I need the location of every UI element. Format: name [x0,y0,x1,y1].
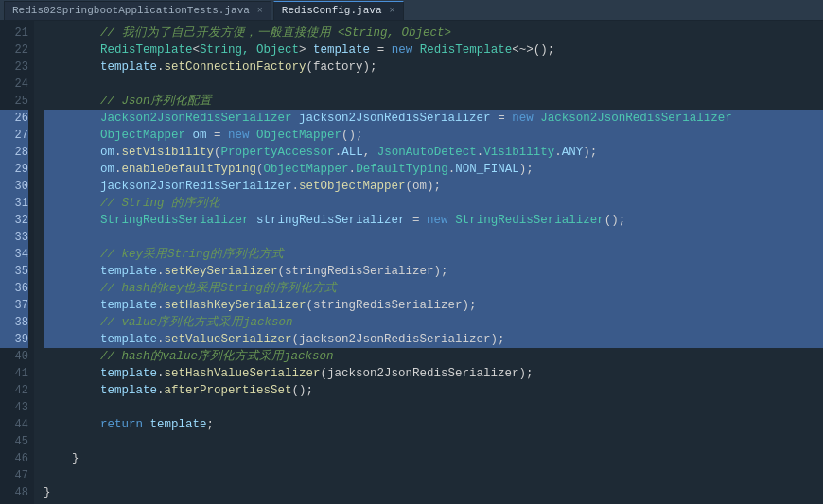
code-line: om.setVisibility(PropertyAccessor.ALL, J… [44,144,823,161]
line-number: 21 [0,25,28,42]
code-line: ObjectMapper om = new ObjectMapper(); [44,127,823,144]
code-line: om.enableDefaultTyping(ObjectMapper.Defa… [44,161,823,178]
code-line: RedisTemplate<String, Object> template =… [44,42,823,59]
line-number: 46 [0,450,28,467]
code-line: jackson2JsonRedisSerializer.setObjectMap… [44,178,823,195]
line-number: 29 [0,161,28,178]
line-number: 34 [0,246,28,263]
line-number: 26 [0,110,28,127]
code-line: } [44,484,823,501]
line-number: 25 [0,93,28,110]
code-line: // 我们为了自己开发方便，一般直接使用 <String, Object> [44,25,823,42]
code-line [44,467,823,484]
line-number: 32 [0,212,28,229]
line-number: 23 [0,59,28,76]
code-line: // String 的序列化 [44,195,823,212]
line-number: 28 [0,144,28,161]
editor-area: 2122232425262728293031323334353637383940… [0,21,823,504]
line-number: 27 [0,127,28,144]
tab-bar: Redis02SpringbootApplicationTests.java ×… [0,0,823,21]
tab-redis02springboot[interactable]: Redis02SpringbootApplicationTests.java × [4,1,271,20]
line-number: 22 [0,42,28,59]
line-number: 39 [0,331,28,348]
code-content[interactable]: // 我们为了自己开发方便，一般直接使用 <String, Object> Re… [34,21,823,504]
code-line [44,433,823,450]
line-number: 47 [0,467,28,484]
line-number: 43 [0,399,28,416]
line-number: 37 [0,297,28,314]
line-number: 45 [0,433,28,450]
line-number: 48 [0,484,28,501]
code-line: template.setValueSerializer(jackson2Json… [44,331,823,348]
line-number: 31 [0,195,28,212]
code-line: template.setHashValueSerializer(jackson2… [44,365,823,382]
code-line: // key采用String的序列化方式 [44,246,823,263]
code-line: return template; [44,416,823,433]
tab-redisconfig[interactable]: RedisConfig.java × [273,1,404,20]
line-numbers: 2122232425262728293031323334353637383940… [0,21,34,504]
line-number: 44 [0,416,28,433]
code-line: template.setKeySerializer(stringRedisSer… [44,263,823,280]
line-number: 41 [0,365,28,382]
code-line: // hash的value序列化方式采用jackson [44,348,823,365]
code-line: // value序列化方式采用jackson [44,314,823,331]
code-line [44,399,823,416]
code-line: template.setHashKeySerializer(stringRedi… [44,297,823,314]
code-line: } [44,450,823,467]
line-number: 40 [0,348,28,365]
close-icon[interactable]: × [257,6,263,16]
tab-label: Redis02SpringbootApplicationTests.java [12,5,250,16]
code-line [44,76,823,93]
code-line: // Json序列化配置 [44,93,823,110]
close-icon[interactable]: × [389,6,394,16]
line-number: 38 [0,314,28,331]
tab-label: RedisConfig.java [282,5,382,16]
line-number: 33 [0,229,28,246]
line-number: 42 [0,382,28,399]
code-line: // hash的key也采用String的序列化方式 [44,280,823,297]
code-line: Jackson2JsonRedisSerializer jackson2Json… [44,110,823,127]
line-number: 35 [0,263,28,280]
line-number: 30 [0,178,28,195]
code-line: template.setConnectionFactory(factory); [44,59,823,76]
code-line: template.afterPropertiesSet(); [44,382,823,399]
code-line: StringRedisSerializer stringRedisSeriali… [44,212,823,229]
line-number: 24 [0,76,28,93]
code-line [44,229,823,246]
line-number: 36 [0,280,28,297]
